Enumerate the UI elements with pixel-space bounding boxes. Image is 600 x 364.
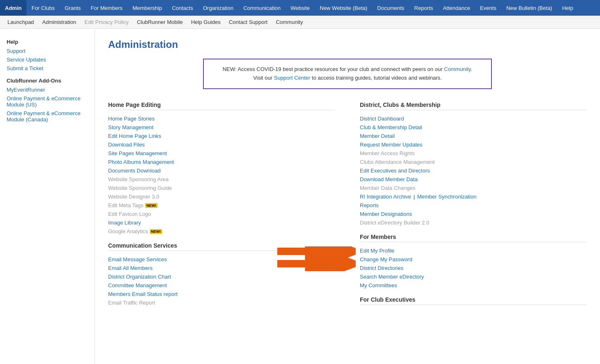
secondary-nav-item-administration[interactable]: Administration xyxy=(38,16,80,28)
content-columns: Home Page Editing Home Page StoriesStory… xyxy=(108,102,587,309)
top-nav-item-for-clubs[interactable]: For Clubs xyxy=(26,0,59,16)
col-link-member-designations[interactable]: Member Designations xyxy=(360,210,587,218)
col-link-website-sponsoring-area: Website Sponsoring Area xyxy=(108,175,335,184)
left-column: Home Page Editing Home Page StoriesStory… xyxy=(108,102,335,309)
col-link-district-dashboard[interactable]: District Dashboard xyxy=(360,114,587,123)
col-link-member-detail[interactable]: Member Detail xyxy=(360,132,587,140)
secondary-navigation: LaunchpadAdministrationEdit Privacy Poli… xyxy=(0,16,600,29)
top-nav-item-admin[interactable]: Admin xyxy=(0,0,26,16)
col-link-website-sponsoring-guide: Website Sponsoring Guide xyxy=(108,184,335,192)
col-link-image-library[interactable]: Image Library xyxy=(108,218,335,227)
secondary-nav-item-community[interactable]: Community xyxy=(272,16,307,28)
col-link-member-data-changes: Member Data Changes xyxy=(360,184,587,192)
sidebar-help-link-service-updates[interactable]: Service Updates xyxy=(0,55,94,64)
support-center-link[interactable]: Support Center xyxy=(274,75,310,81)
col-link-email-all-members[interactable]: Email All Members xyxy=(108,264,335,272)
col-link-ri-integration-archive[interactable]: RI Integration Archive xyxy=(360,192,411,201)
for-club-executives-title: For Club Executives xyxy=(360,296,587,305)
secondary-nav-item-contact-support[interactable]: Contact Support xyxy=(224,16,272,28)
col-link-site-pages-management[interactable]: Site Pages Management xyxy=(108,149,335,158)
top-nav-item-documents[interactable]: Documents xyxy=(372,0,409,16)
announcement-text1: NEW: Access COVID-19 best practice resou… xyxy=(222,66,444,72)
top-nav-item-events[interactable]: Events xyxy=(475,0,501,16)
new-badge: NEW! xyxy=(145,203,158,208)
col-link-email-traffic-report: Email Traffic Report xyxy=(108,298,335,307)
secondary-nav-item-edit-privacy-policy[interactable]: Edit Privacy Policy xyxy=(80,16,133,28)
right-column: District, Clubs & Membership District Da… xyxy=(360,102,587,309)
col-link-website-designer-3.0: Website Designer 3.0 xyxy=(108,192,335,201)
announcement-text3: to access training guides, tutorial vide… xyxy=(310,75,442,81)
col-link-clubs-attendance-management: Clubs Attendance Management xyxy=(360,158,587,166)
col-link-story-management[interactable]: Story Management xyxy=(108,123,335,132)
top-nav-item-membership[interactable]: Membership xyxy=(128,0,167,16)
col-link-download-member-data[interactable]: Download Member Data xyxy=(360,175,587,184)
sidebar-addons-title: ClubRunner Add-Ons xyxy=(0,73,94,85)
top-nav-item-new-website-(beta)[interactable]: New Website (Beta) xyxy=(315,0,372,16)
main-layout: Help SupportService UpdatesSubmit a Tick… xyxy=(0,29,600,364)
col-link-email-message-services[interactable]: Email Message Services xyxy=(108,255,335,264)
for-members-section: Edit My ProfileChange My PasswordDistric… xyxy=(360,246,587,290)
col-link-district-organization-chart[interactable]: District Organization Chart xyxy=(108,272,335,281)
home-page-editing-title: Home Page Editing xyxy=(108,102,335,110)
top-nav-item-communication[interactable]: Communication xyxy=(239,0,286,16)
sidebar-addon-link-online-payment-&-ecommerce-mod[interactable]: Online Payment & eCommerce Module (US) xyxy=(0,94,94,109)
col-link-download-files[interactable]: Download Files xyxy=(108,140,335,149)
sidebar: Help SupportService UpdatesSubmit a Tick… xyxy=(0,29,95,364)
col-link-district-edirectory-builder-2.0: District eDirectory Builder 2.0 xyxy=(360,218,587,227)
top-nav-item-contacts[interactable]: Contacts xyxy=(167,0,198,16)
col-link-request-member-updates[interactable]: Request Member Updates xyxy=(360,140,587,149)
col-link-edit-home-page-links[interactable]: Edit Home Page Links xyxy=(108,132,335,140)
col-link-edit-favicon-logo: Edit Favicon Logo xyxy=(108,210,335,218)
page-title: Administration xyxy=(108,39,587,50)
sidebar-addon-link-myeventrunner[interactable]: MyEventRunner xyxy=(0,85,94,94)
col-link-member-access-rights: Member Access Rights xyxy=(360,149,587,158)
sidebar-addon-link-online-payment-&-ecommerce-mod[interactable]: Online Payment & eCommerce Module (Canad… xyxy=(0,109,94,124)
col-link-reports[interactable]: Reports xyxy=(360,201,587,210)
col-link-committee-management[interactable]: Committee Management xyxy=(108,281,335,290)
col-link-change-my-password[interactable]: Change My Password xyxy=(360,255,587,264)
col-link-my-committees[interactable]: My Committees xyxy=(360,281,587,290)
col-link-documents-download[interactable]: Documents Download xyxy=(108,166,335,175)
sidebar-help-link-support[interactable]: Support xyxy=(0,47,94,55)
col-link-edit-executives-and-directors[interactable]: Edit Executives and Directors xyxy=(360,166,587,175)
top-nav-item-reports[interactable]: Reports xyxy=(409,0,438,16)
communication-services-title: Communication Services xyxy=(108,242,335,251)
top-navigation: AdminFor ClubsGrantsFor MembersMembershi… xyxy=(0,0,600,16)
sidebar-help-title: Help xyxy=(0,35,94,47)
pipe-separator: | xyxy=(412,194,416,200)
top-nav-item-for-members[interactable]: For Members xyxy=(86,0,128,16)
col-link-edit-meta-tags: Edit Meta TagsNEW! xyxy=(108,201,335,210)
top-nav-item-help[interactable]: Help xyxy=(557,0,578,16)
col-link-photo-albums-management[interactable]: Photo Albums Management xyxy=(108,158,335,166)
secondary-nav-item-help-guides[interactable]: Help Guides xyxy=(187,16,225,28)
col-link-home-page-stories[interactable]: Home Page Stories xyxy=(108,114,335,123)
top-nav-item-attendance[interactable]: Attendance xyxy=(438,0,475,16)
col-link-google-analytics: Google AnalyticsNEW! xyxy=(108,227,335,236)
top-nav-item-new-bulletin-(beta)[interactable]: New Bulletin (Beta) xyxy=(501,0,557,16)
col-link-member-synchronization[interactable]: Member Synchronization xyxy=(417,192,477,201)
top-nav-item-grants[interactable]: Grants xyxy=(60,0,86,16)
for-members-title: For Members xyxy=(360,234,587,242)
community-link[interactable]: Community xyxy=(444,66,471,72)
sidebar-help-link-submit-a-ticket[interactable]: Submit a Ticket xyxy=(0,64,94,73)
col-link-edit-my-profile[interactable]: Edit My Profile xyxy=(360,246,587,255)
secondary-nav-item-launchpad[interactable]: Launchpad xyxy=(3,16,38,28)
new-badge: NEW! xyxy=(150,229,162,234)
col-link-search-member-edirectory[interactable]: Search Member eDirectory xyxy=(360,272,587,281)
announcement-box: NEW: Access COVID-19 best practice resou… xyxy=(203,59,492,89)
top-nav-item-website[interactable]: Website xyxy=(286,0,315,16)
col-link-members-email-status-report[interactable]: Members Email Status report xyxy=(108,290,335,298)
secondary-nav-item-clubrunner-mobile[interactable]: ClubRunner Mobile xyxy=(133,16,187,28)
col-link-district-directories[interactable]: District Directories xyxy=(360,264,587,272)
link-row-ri-integration-archive: RI Integration Archive | Member Synchron… xyxy=(360,192,587,201)
top-nav-item-organization[interactable]: Organization xyxy=(198,0,239,16)
col-link-club-&-membership-detail[interactable]: Club & Membership Detail xyxy=(360,123,587,132)
district-clubs-title: District, Clubs & Membership xyxy=(360,102,587,110)
main-content: Administration NEW: Access COVID-19 best… xyxy=(95,29,600,364)
